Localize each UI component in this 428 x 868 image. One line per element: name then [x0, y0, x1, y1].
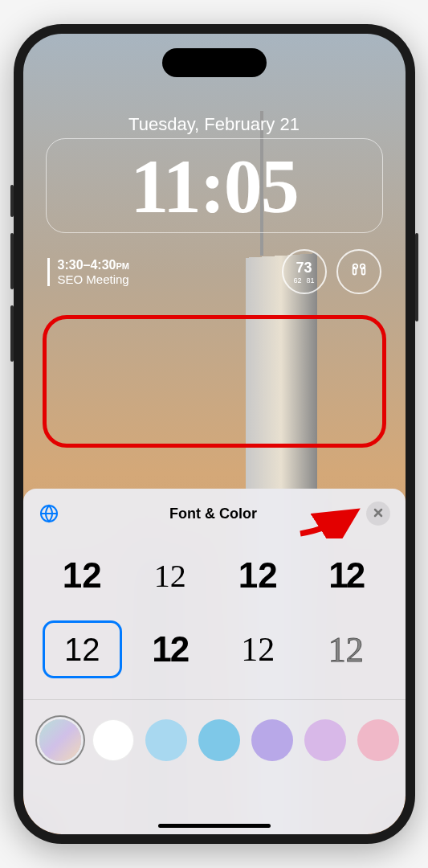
power-button — [415, 233, 418, 321]
font-option-2[interactable]: 12 — [130, 547, 210, 604]
clock-widget[interactable]: 11:05 — [46, 138, 383, 233]
font-option-5[interactable]: 12 — [43, 620, 123, 678]
font-option-7[interactable]: 12 — [218, 620, 299, 678]
weather-widget[interactable]: 73 62 81 — [282, 249, 327, 294]
weather-range: 62 81 — [293, 276, 314, 285]
sheet-title: Font & Color — [169, 506, 257, 522]
svg-point-0 — [353, 264, 357, 268]
mute-switch — [10, 185, 14, 217]
phone-frame: Tuesday, February 21 11:05 3:30–4:30PM S… — [14, 24, 415, 844]
divider — [23, 699, 406, 700]
meeting-title: SEO Meeting — [58, 272, 282, 286]
color-swatch-7[interactable] — [357, 719, 399, 761]
dynamic-island — [162, 48, 267, 77]
annotation-highlight — [43, 315, 386, 448]
lockscreen-date[interactable]: Tuesday, February 21 — [23, 114, 406, 135]
meeting-time: 3:30–4:30PM — [58, 258, 282, 272]
clock-time: 11:05 — [130, 141, 298, 231]
color-swatch-4[interactable] — [198, 719, 240, 761]
fonts-grid: 1212121212121212 — [23, 538, 406, 694]
airpods-widget[interactable] — [336, 249, 381, 294]
weather-temp: 73 — [296, 260, 312, 276]
color-swatch-1[interactable] — [39, 719, 81, 761]
font-option-8[interactable]: 12 — [306, 620, 386, 678]
close-button[interactable] — [366, 502, 390, 526]
font-option-3[interactable]: 12 — [218, 547, 299, 604]
home-indicator[interactable] — [158, 824, 271, 828]
color-swatch-6[interactable] — [304, 719, 346, 761]
colors-row — [23, 705, 406, 776]
font-option-6[interactable]: 12 — [130, 620, 210, 678]
volume-down — [10, 305, 14, 362]
font-color-sheet: Font & Color 1212121212121212 — [23, 489, 406, 834]
annotation-arrow — [296, 503, 361, 542]
font-option-4[interactable]: 12 — [306, 547, 386, 604]
globe-icon[interactable] — [38, 502, 60, 525]
airpods-icon — [350, 261, 368, 283]
svg-point-1 — [360, 264, 365, 268]
calendar-widget[interactable]: 3:30–4:30PM SEO Meeting — [47, 258, 282, 286]
font-option-1[interactable]: 12 — [43, 547, 123, 604]
volume-up — [10, 233, 14, 289]
color-swatch-5[interactable] — [251, 719, 293, 761]
close-icon — [373, 506, 383, 521]
widgets-row[interactable]: 3:30–4:30PM SEO Meeting 73 62 81 — [47, 249, 381, 294]
color-swatch-2[interactable] — [92, 719, 134, 761]
screen: Tuesday, February 21 11:05 3:30–4:30PM S… — [23, 34, 406, 834]
color-swatch-3[interactable] — [145, 719, 187, 761]
